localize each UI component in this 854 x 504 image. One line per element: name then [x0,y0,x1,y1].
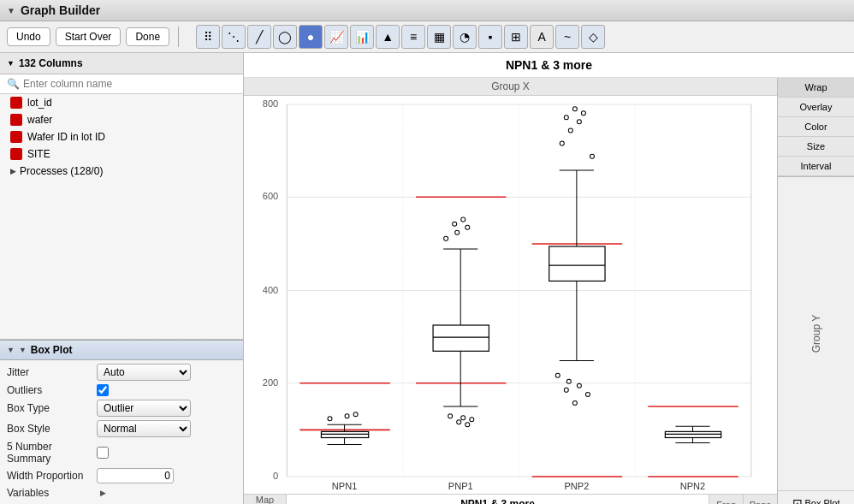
done-button[interactable]: Done [126,27,169,46]
col-icon [10,131,22,143]
svg-text:200: 200 [263,377,278,388]
svg-text:0: 0 [273,471,278,481]
column-header: ▼ 132 Columns [0,53,243,74]
main-area: ▼ 132 Columns 🔍 lot_id wafer Wafer ID in… [0,53,854,504]
box-style-row: Box Style Normal [7,420,236,437]
five-number-checkbox[interactable] [97,447,109,459]
five-number-row: 5 Number Summary [7,441,236,465]
outliers-label: Outliers [7,384,97,396]
interval-button[interactable]: Interval [778,157,854,176]
list-item[interactable]: lot_id [0,94,243,111]
five-number-label: 5 Number Summary [7,441,97,465]
col-name: wafer [27,114,52,126]
start-over-button[interactable]: Start Over [56,27,122,46]
chart-svg: 0 200 400 600 800 [244,96,777,494]
svg-text:600: 600 [263,191,278,201]
color-button[interactable]: Color [778,117,854,137]
list-item[interactable]: wafer [0,111,243,128]
search-input[interactable] [23,78,236,90]
variables-arrow-icon: ▶ [100,489,106,497]
boxplot-outer-triangle: ▼ [7,346,15,354]
barchart-icon[interactable]: 📊 [350,25,374,49]
svg-text:NPN2: NPN2 [680,481,705,491]
ellipse-icon[interactable]: ◯ [273,25,297,49]
variables-label: Variables [7,487,97,499]
list-item[interactable]: Wafer ID in lot ID [0,128,243,145]
box-type-select[interactable]: Outlier [97,400,191,417]
group-x-bar: Group X [244,78,777,96]
scatter-icon[interactable]: ⠿ [196,25,220,49]
wrap-button[interactable]: Wrap [778,78,854,98]
scatter2-icon[interactable]: ⋱ [222,25,246,49]
col-icon [10,148,22,160]
label-icon[interactable]: A [530,25,554,49]
heatmap-icon[interactable]: ▦ [427,25,451,49]
mosaic-icon[interactable]: ⊞ [504,25,528,49]
boxplot-inner-triangle: ▼ [19,346,27,354]
svg-text:PNP2: PNP2 [564,481,589,491]
boxplot-header: ▼ ▼ Box Plot [0,340,243,360]
group-y-label: Group Y [778,177,854,490]
area-icon[interactable]: ▲ [376,25,400,49]
pie-icon[interactable]: ◔ [453,25,477,49]
linechart-icon[interactable]: 📈 [324,25,348,49]
jitter-select-wrap: Auto [97,364,236,381]
svg-text:PNP1: PNP1 [448,481,473,491]
undo-button[interactable]: Undo [7,27,50,46]
col-icon [10,114,22,126]
list-item[interactable]: SITE [0,145,243,163]
jitter-row: Jitter Auto [7,364,236,381]
box-plot-icon-row: ⊡ Box Plot [778,490,854,504]
spine-icon[interactable]: ≡ [401,25,425,49]
right-panel: Wrap Overlay Color Size Interval Group Y… [777,78,854,504]
box-plot-icon: ⊡ [792,496,803,504]
group-triangle-icon: ▶ [10,167,16,175]
smooth-icon[interactable]: ~ [555,25,579,49]
col-icon [10,97,22,109]
search-icon: 🔍 [7,78,20,90]
width-proportion-input[interactable] [97,468,174,483]
outliers-checkbox[interactable] [97,384,109,396]
width-proportion-row: Width Proportion [7,468,236,483]
boxplot-section: ▼ ▼ Box Plot Jitter Auto Outliers [0,339,243,504]
jitter-select[interactable]: Auto [97,364,191,381]
page-button[interactable]: Page [743,495,777,504]
freq-button[interactable]: Freq [709,495,743,504]
col-name: lot_id [27,97,52,109]
box-plot-label: Box Plot [805,498,840,504]
box-type-row: Box Type Outlier [7,400,236,417]
column-list: lot_id wafer Wafer ID in lot ID SITE ▶ P… [0,94,243,339]
svg-rect-29 [433,325,489,351]
variables-row: Variables ▶ [7,487,236,499]
svg-text:800: 800 [263,98,278,109]
contour-icon[interactable]: ◇ [581,25,605,49]
title-triangle: ▼ [7,6,15,15]
col-count-label: 132 Columns [19,57,83,69]
toolbar: Undo Start Over Done ⠿ ⋱ ╱ ◯ ● 📈 📊 ▲ ≡ ▦… [0,21,854,53]
svg-rect-47 [549,246,605,281]
svg-text:NPN1: NPN1 [332,481,357,491]
x-axis-label: NPN1 & 3 more [287,495,709,504]
line-icon[interactable]: ╱ [247,25,271,49]
treemap-icon[interactable]: ▪ [478,25,502,49]
overlay-button[interactable]: Overlay [778,98,854,117]
boxplot-controls: Jitter Auto Outliers Box Type Out [0,360,243,504]
box-type-select-wrap: Outlier [97,400,236,417]
app-title: Graph Builder [21,3,100,17]
size-button[interactable]: Size [778,137,854,157]
group-label: Processes (128/0) [20,165,103,177]
chart-title: NPN1 & 3 more [244,53,854,78]
box-style-select[interactable]: Normal [97,420,191,437]
search-row: 🔍 [0,74,243,94]
density-icon[interactable]: ● [299,25,323,49]
chart-icon-group: ⠿ ⋱ ╱ ◯ ● 📈 📊 ▲ ≡ ▦ ◔ ▪ ⊞ A ~ ◇ [196,25,605,49]
box-type-label: Box Type [7,402,97,414]
chart-svg-area: 0 200 400 600 800 [244,96,777,494]
width-proportion-label: Width Proportion [7,470,97,482]
title-bar: ▼ Graph Builder [0,0,854,21]
map-shape-button[interactable]: Map Shape [244,495,287,504]
col-group-item[interactable]: ▶ Processes (128/0) [0,163,243,180]
jitter-label: Jitter [7,366,97,378]
chart-container: NPN1 & 3 more Group X [244,53,854,504]
map-label: Map [256,495,274,504]
